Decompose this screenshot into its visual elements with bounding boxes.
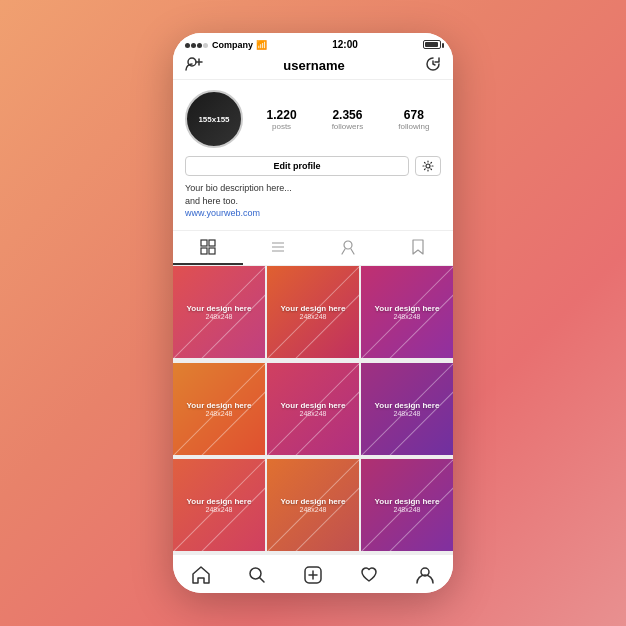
avatar: 155x155 xyxy=(185,90,243,148)
grid-item[interactable]: Your design here 248x248 xyxy=(173,363,265,455)
grid-item-label: Your design here xyxy=(375,497,440,506)
edit-profile-button[interactable]: Edit profile xyxy=(185,156,409,176)
status-bar: Company 📶 12:00 xyxy=(173,33,453,52)
wifi-icon: 📶 xyxy=(256,40,267,50)
grid-item-size: 248x248 xyxy=(300,506,327,513)
history-button[interactable] xyxy=(425,56,441,75)
grid-item[interactable]: Your design here 248x248 xyxy=(361,363,453,455)
signal-dots xyxy=(185,40,209,50)
profile-actions: Edit profile xyxy=(185,156,441,176)
stats-row: 1.220 posts 2.356 followers 678 followin… xyxy=(255,108,441,131)
grid-item-label: Your design here xyxy=(187,304,252,313)
grid-item-label: Your design here xyxy=(281,401,346,410)
svg-point-3 xyxy=(426,164,430,168)
time-label: 12:00 xyxy=(332,39,358,50)
nav-add[interactable] xyxy=(297,563,329,587)
grid-item[interactable]: Your design here 248x248 xyxy=(267,266,359,358)
add-user-button[interactable] xyxy=(185,57,203,75)
grid-item-size: 248x248 xyxy=(206,506,233,513)
grid-item-size: 248x248 xyxy=(300,313,327,320)
grid-item-size: 248x248 xyxy=(206,410,233,417)
grid-item[interactable]: Your design here 248x248 xyxy=(267,459,359,551)
tab-list[interactable] xyxy=(243,231,313,265)
svg-rect-4 xyxy=(201,240,207,246)
grid-item-size: 248x248 xyxy=(394,313,421,320)
following-count: 678 xyxy=(398,108,429,122)
grid-item[interactable]: Your design here 248x248 xyxy=(173,459,265,551)
status-right xyxy=(423,40,441,49)
nav-likes[interactable] xyxy=(353,563,385,587)
grid-item-size: 248x248 xyxy=(394,410,421,417)
nav-profile[interactable] xyxy=(409,563,441,587)
svg-rect-6 xyxy=(201,248,207,254)
settings-button[interactable] xyxy=(415,156,441,176)
following-label: following xyxy=(398,122,429,131)
grid-item[interactable]: Your design here 248x248 xyxy=(361,266,453,358)
grid-item-label: Your design here xyxy=(187,401,252,410)
bio-line2: and here too. xyxy=(185,195,441,208)
profile-tabs xyxy=(173,230,453,266)
profile-top: 155x155 1.220 posts 2.356 followers 678 … xyxy=(185,90,441,148)
phone-mockup: Company 📶 12:00 username xyxy=(173,33,453,593)
svg-rect-7 xyxy=(209,248,215,254)
username-header: username xyxy=(283,58,344,73)
grid-item-label: Your design here xyxy=(281,304,346,313)
svg-line-13 xyxy=(260,578,265,583)
app-header: username xyxy=(173,52,453,80)
grid-item-label: Your design here xyxy=(187,497,252,506)
battery-icon xyxy=(423,40,441,49)
posts-stat: 1.220 posts xyxy=(267,108,297,131)
grid-item-size: 248x248 xyxy=(300,410,327,417)
bio-text: Your bio description here... and here to… xyxy=(185,182,441,220)
tab-saved[interactable] xyxy=(383,231,453,265)
followers-label: followers xyxy=(332,122,364,131)
grid-item-size: 248x248 xyxy=(206,313,233,320)
grid-item-label: Your design here xyxy=(375,401,440,410)
posts-count: 1.220 xyxy=(267,108,297,122)
svg-rect-5 xyxy=(209,240,215,246)
status-left: Company 📶 xyxy=(185,40,267,50)
bio-line1: Your bio description here... xyxy=(185,182,441,195)
avatar-label: 155x155 xyxy=(198,115,229,124)
followers-count: 2.356 xyxy=(332,108,364,122)
photo-grid: Your design here 248x248 Your design her… xyxy=(173,266,453,554)
bio-link[interactable]: www.yourweb.com xyxy=(185,207,441,220)
following-stat: 678 following xyxy=(398,108,429,131)
svg-point-11 xyxy=(344,241,352,249)
grid-item-size: 248x248 xyxy=(394,506,421,513)
grid-item[interactable]: Your design here 248x248 xyxy=(361,459,453,551)
followers-stat: 2.356 followers xyxy=(332,108,364,131)
carrier-label: Company xyxy=(212,40,253,50)
nav-search[interactable] xyxy=(241,563,273,587)
grid-item-label: Your design here xyxy=(281,497,346,506)
grid-item[interactable]: Your design here 248x248 xyxy=(173,266,265,358)
grid-item-label: Your design here xyxy=(375,304,440,313)
tab-tagged[interactable] xyxy=(313,231,383,265)
profile-section: 155x155 1.220 posts 2.356 followers 678 … xyxy=(173,80,453,230)
bottom-nav xyxy=(173,554,453,593)
posts-label: posts xyxy=(267,122,297,131)
nav-home[interactable] xyxy=(185,563,217,587)
tab-grid[interactable] xyxy=(173,231,243,265)
grid-item[interactable]: Your design here 248x248 xyxy=(267,363,359,455)
